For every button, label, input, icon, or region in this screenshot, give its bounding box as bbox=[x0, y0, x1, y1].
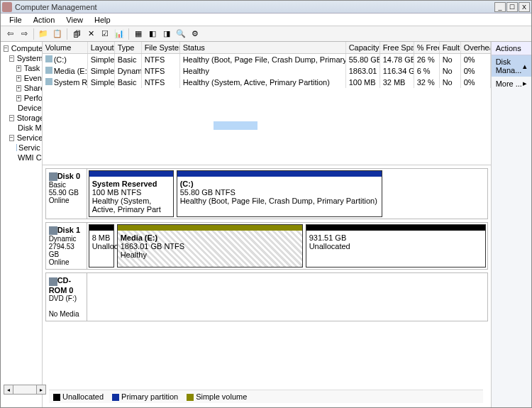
volume-icon bbox=[45, 78, 52, 85]
volume-row[interactable]: (C:)SimpleBasicNTFSHealthy (Boot, Page F… bbox=[43, 54, 491, 65]
tree-event-viewer[interactable]: +Event V bbox=[2, 73, 40, 83]
menu-view[interactable]: View bbox=[60, 14, 89, 26]
expand-icon[interactable]: + bbox=[16, 85, 21, 92]
swatch-primary bbox=[112, 394, 119, 401]
volume-table: Volume Layout Type File System Status Ca… bbox=[43, 42, 491, 165]
chevron-right-icon: ▸ bbox=[523, 79, 527, 88]
col-fault[interactable]: Fault... bbox=[440, 42, 461, 53]
tree-services[interactable]: −Services an bbox=[2, 133, 40, 143]
col-status[interactable]: Status bbox=[180, 42, 346, 53]
col-pctfree[interactable]: % Free bbox=[414, 42, 440, 53]
menu-help[interactable]: Help bbox=[89, 14, 116, 26]
maximize-button[interactable]: ☐ bbox=[506, 2, 518, 12]
volume-row[interactable]: Media (E:)SimpleDynamicNTFSHealthy1863.0… bbox=[43, 65, 491, 77]
tree-label: WMI C bbox=[18, 153, 42, 162]
actions-header: Actions bbox=[492, 42, 531, 55]
tree-performance[interactable]: +Perfor bbox=[2, 93, 40, 103]
tree-wmi[interactable]: WMI C bbox=[2, 153, 40, 162]
actions-more[interactable]: More ...▸ bbox=[492, 77, 531, 90]
actions-label: Disk Mana... bbox=[496, 57, 523, 75]
extra-button-2[interactable]: ⚙ bbox=[189, 28, 201, 40]
col-volume[interactable]: Volume bbox=[43, 42, 88, 53]
disk-row: Disk 0Basic55.90 GBOnlineSystem Reserved… bbox=[45, 168, 488, 219]
tree-label: Disk M bbox=[18, 123, 42, 132]
collapse-icon[interactable]: − bbox=[4, 45, 9, 52]
tree-disk-management[interactable]: Disk M bbox=[2, 123, 40, 133]
settings-button[interactable]: ☑ bbox=[99, 28, 111, 40]
disk-info[interactable]: Disk 0Basic55.90 GBOnline bbox=[46, 169, 87, 219]
col-layout[interactable]: Layout bbox=[88, 42, 115, 53]
tree-label: Sharec bbox=[24, 84, 43, 92]
disk-info[interactable]: CD-ROM 0DVD (F:)No Media bbox=[46, 273, 87, 320]
nav-tree[interactable]: −Computer Ma −System To +Task S +Event V… bbox=[1, 42, 43, 407]
partition[interactable]: Media (E:)1863.01 GB NTFSHealthy bbox=[117, 224, 303, 268]
col-type[interactable]: Type bbox=[115, 42, 142, 53]
partition[interactable]: System Reserved100 MB NTFSHealthy (Syste… bbox=[89, 170, 174, 217]
legend-label: Unallocated bbox=[62, 392, 104, 401]
partition-stripe bbox=[89, 225, 113, 231]
menu-file[interactable]: File bbox=[4, 14, 28, 26]
tree-hscrollbar[interactable]: ◂ ▸ bbox=[4, 385, 46, 395]
title-bar: Computer Management _ ☐ X bbox=[1, 1, 531, 13]
expand-icon[interactable]: + bbox=[16, 75, 21, 82]
properties-button[interactable]: 📋 bbox=[51, 28, 64, 40]
delete-button[interactable]: ✕ bbox=[84, 28, 97, 40]
tree-shared-folders[interactable]: +Sharec bbox=[2, 83, 40, 93]
col-filesystem[interactable]: File System bbox=[142, 42, 180, 53]
minimize-button[interactable]: _ bbox=[494, 2, 506, 12]
tree-storage[interactable]: −Storage bbox=[2, 113, 40, 123]
forward-button[interactable]: ⇨ bbox=[18, 28, 31, 40]
close-button[interactable]: X bbox=[519, 2, 530, 12]
col-capacity[interactable]: Capacity bbox=[346, 42, 380, 53]
expand-icon[interactable]: + bbox=[16, 95, 21, 101]
disk-icon bbox=[49, 172, 57, 181]
collapse-icon[interactable]: − bbox=[9, 55, 14, 62]
tree-system-tools[interactable]: −System To bbox=[2, 53, 40, 63]
tree-label: Servic bbox=[18, 143, 40, 152]
detail-view-button[interactable]: ◧ bbox=[146, 28, 159, 40]
disk-partitions: 8 MBUnallocatMedia (E:)1863.01 GB NTFSHe… bbox=[87, 223, 487, 269]
tree-device-manager[interactable]: Device bbox=[2, 103, 40, 113]
menu-bar: File Action View Help bbox=[1, 13, 531, 26]
tree-services-sub[interactable]: Servic bbox=[2, 143, 40, 153]
volume-row[interactable]: System ReservedSimpleBasicNTFSHealthy (S… bbox=[43, 77, 491, 88]
partition-stripe bbox=[177, 171, 382, 177]
scroll-right-button[interactable]: ▸ bbox=[36, 385, 46, 395]
partition[interactable]: (C:)55.80 GB NTFSHealthy (Boot, Page Fil… bbox=[177, 170, 382, 217]
collapse-icon[interactable]: − bbox=[9, 135, 14, 141]
refresh-button[interactable]: 🗐 bbox=[70, 28, 83, 40]
back-button[interactable]: ⇦ bbox=[4, 28, 16, 40]
scroll-track[interactable] bbox=[13, 385, 36, 395]
toolbar: ⇦ ⇨ 📁 📋 🗐 ✕ ☑ 📊 ▦ ◧ ◨ 🔍 ⚙ bbox=[1, 26, 531, 42]
selection-highlight bbox=[214, 121, 257, 130]
help-button[interactable]: 📊 bbox=[113, 28, 126, 40]
tree-label: Perfor bbox=[24, 94, 43, 102]
actions-panel: Actions Disk Mana...▴ More ...▸ bbox=[492, 42, 531, 407]
actions-disk-management[interactable]: Disk Mana...▴ bbox=[492, 55, 531, 77]
legend-label: Primary partition bbox=[121, 392, 178, 401]
up-button[interactable]: 📁 bbox=[37, 28, 50, 40]
main-area: −Computer Ma −System To +Task S +Event V… bbox=[1, 42, 531, 407]
menu-action[interactable]: Action bbox=[28, 14, 61, 26]
disk-graphic-panel: Disk 0Basic55.90 GBOnlineSystem Reserved… bbox=[43, 165, 491, 407]
col-freespace[interactable]: Free Space bbox=[380, 42, 414, 53]
tree-task-scheduler[interactable]: +Task S bbox=[2, 63, 40, 73]
scroll-left-button[interactable]: ◂ bbox=[4, 385, 13, 395]
col-overhead[interactable]: Overhead bbox=[461, 42, 491, 53]
volume-body: (C:)SimpleBasicNTFSHealthy (Boot, Page F… bbox=[43, 54, 491, 165]
legend-simple: Simple volume bbox=[187, 392, 247, 401]
tree-label: Device bbox=[18, 104, 42, 112]
expand-icon[interactable]: + bbox=[16, 65, 21, 72]
partition[interactable]: 931.51 GBUnallocated bbox=[306, 224, 486, 268]
extra-button-1[interactable]: 🔍 bbox=[174, 28, 187, 40]
tree-label: Event V bbox=[24, 74, 43, 82]
collapse-icon[interactable]: − bbox=[9, 115, 14, 121]
legend-label: Simple volume bbox=[196, 392, 247, 401]
tree-label: Storage bbox=[17, 114, 43, 122]
chevron-up-icon: ▴ bbox=[523, 62, 527, 71]
partition[interactable]: 8 MBUnallocat bbox=[89, 224, 114, 268]
disk-info[interactable]: Disk 1Dynamic2794.53 GBOnline bbox=[46, 223, 87, 269]
tree-root[interactable]: −Computer Ma bbox=[2, 43, 40, 53]
bottom-view-button[interactable]: ◨ bbox=[160, 28, 173, 40]
list-view-button[interactable]: ▦ bbox=[132, 28, 145, 40]
